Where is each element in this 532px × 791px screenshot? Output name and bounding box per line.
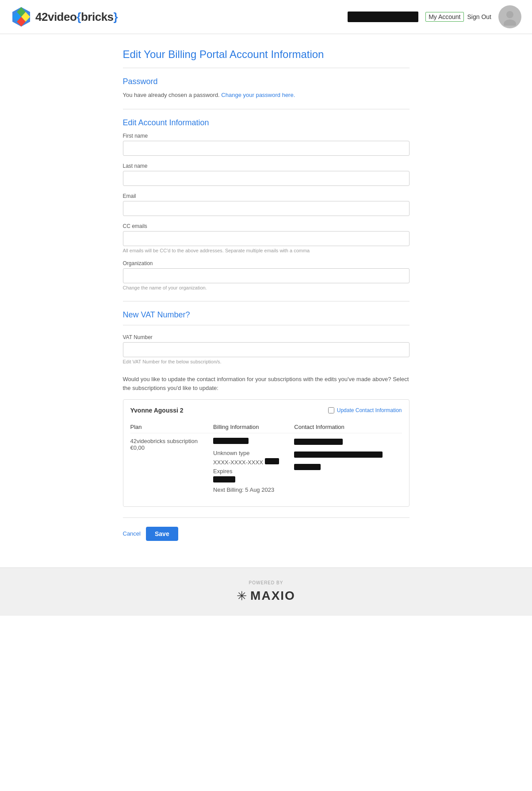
vat-section-title: New VAT Number? <box>123 310 410 320</box>
organization-input[interactable] <box>123 268 410 283</box>
svg-point-6 <box>504 19 516 26</box>
plan-name: 42videobricks subscription <box>130 438 210 444</box>
nav-links: My Account Sign Out <box>425 12 491 22</box>
svg-point-5 <box>506 11 513 18</box>
subscription-table: Plan Billing Information Contact Informa… <box>130 421 402 499</box>
maxio-brand-text: MAXIO <box>250 589 295 603</box>
divider-vat-inner <box>123 325 410 325</box>
change-password-link[interactable]: Change your password here. <box>221 92 295 98</box>
logo-area: 42video{bricks} <box>11 6 118 27</box>
billing-expires-redacted <box>213 476 235 482</box>
avatar <box>498 5 521 28</box>
nav-bar-redacted <box>348 12 418 22</box>
contact-redacted-1 <box>294 439 343 445</box>
account-info-section: Edit Account Information First name Last… <box>123 118 410 290</box>
last-name-input[interactable] <box>123 171 410 186</box>
vat-hint: Edit VAT Number for the below subscripti… <box>123 359 410 364</box>
main-content: Edit Your Billing Portal Account Informa… <box>116 34 417 567</box>
table-row: 42videobricks subscription €0,00 Unknown… <box>130 433 402 499</box>
password-section: Password You have already chosen a passw… <box>123 77 410 98</box>
vat-number-group: VAT Number Edit VAT Number for the below… <box>123 334 410 364</box>
last-name-label: Last name <box>123 163 410 169</box>
email-input[interactable] <box>123 201 410 216</box>
cc-emails-input[interactable] <box>123 231 410 246</box>
divider-top <box>123 68 410 68</box>
divider-vat <box>123 301 410 301</box>
sign-out-link[interactable]: Sign Out <box>467 13 491 20</box>
subscription-card: Yvonne Agoussi 2 Update Contact Informat… <box>123 399 410 507</box>
contact-redacted-2 <box>294 451 383 458</box>
organization-label: Organization <box>123 260 410 266</box>
organization-group: Organization Change the name of your org… <box>123 260 410 290</box>
subscription-update-text: Would you like to update the contact inf… <box>123 375 410 392</box>
save-button[interactable]: Save <box>146 527 178 541</box>
divider-account <box>123 109 410 109</box>
plan-price: €0,00 <box>130 444 210 451</box>
my-account-link[interactable]: My Account <box>425 12 463 22</box>
account-info-title: Edit Account Information <box>123 118 410 127</box>
subscription-card-header: Yvonne Agoussi 2 Update Contact Informat… <box>130 407 402 414</box>
vat-number-label: VAT Number <box>123 334 410 340</box>
organization-hint: Change the name of your organization. <box>123 285 410 290</box>
first-name-group: First name <box>123 133 410 156</box>
vat-section: New VAT Number? VAT Number Edit VAT Numb… <box>123 310 410 364</box>
billing-redacted-1 <box>213 438 249 444</box>
update-contact-label: Update Contact Information <box>337 407 402 413</box>
page-title: Edit Your Billing Portal Account Informa… <box>123 48 410 61</box>
cc-emails-label: CC emails <box>123 223 410 229</box>
logo-text: 42video{bricks} <box>35 10 118 24</box>
billing-type: Unknown type <box>213 449 291 458</box>
email-label: Email <box>123 193 410 199</box>
cc-emails-hint: All emails will be CC'd to the above add… <box>123 248 410 253</box>
maxio-snowflake-icon: ✳ <box>237 589 247 603</box>
subscription-section: Would you like to update the contact inf… <box>123 375 410 507</box>
site-header: 42video{bricks} My Account Sign Out <box>0 0 532 34</box>
page-footer: POWERED BY ✳ MAXIO <box>0 567 532 616</box>
maxio-logo: ✳ MAXIO <box>7 589 525 603</box>
billing-number-redacted <box>265 458 279 464</box>
first-name-label: First name <box>123 133 410 139</box>
contact-redacted-3 <box>294 464 321 470</box>
billing-next: Next Billing: 5 Aug 2023 <box>213 486 291 495</box>
first-name-input[interactable] <box>123 141 410 156</box>
billing-cell: Unknown type XXXX-XXXX-XXXX Expires Next… <box>213 433 294 499</box>
nav-area: My Account Sign Out <box>348 5 521 28</box>
email-group: Email <box>123 193 410 216</box>
password-description: You have already chosen a password. Chan… <box>123 92 410 98</box>
logo-icon <box>11 6 32 27</box>
cc-emails-group: CC emails All emails will be CC'd to the… <box>123 223 410 253</box>
plan-cell: 42videobricks subscription €0,00 <box>130 433 214 499</box>
col-billing: Billing Information <box>213 421 294 433</box>
form-actions: Cancel Save <box>123 527 410 541</box>
vat-number-input[interactable] <box>123 342 410 357</box>
update-contact-checkbox[interactable] <box>328 407 334 413</box>
billing-number: XXXX-XXXX-XXXX <box>213 458 291 467</box>
billing-expires: Expires <box>213 467 291 476</box>
password-section-title: Password <box>123 77 410 86</box>
col-contact: Contact Information <box>294 421 402 433</box>
powered-by-text: POWERED BY <box>7 580 525 585</box>
divider-actions <box>123 517 410 518</box>
cancel-link[interactable]: Cancel <box>123 530 141 537</box>
contact-cell <box>294 433 402 499</box>
update-contact-area: Update Contact Information <box>328 407 402 413</box>
last-name-group: Last name <box>123 163 410 186</box>
subscription-name: Yvonne Agoussi 2 <box>130 407 184 414</box>
col-plan: Plan <box>130 421 214 433</box>
